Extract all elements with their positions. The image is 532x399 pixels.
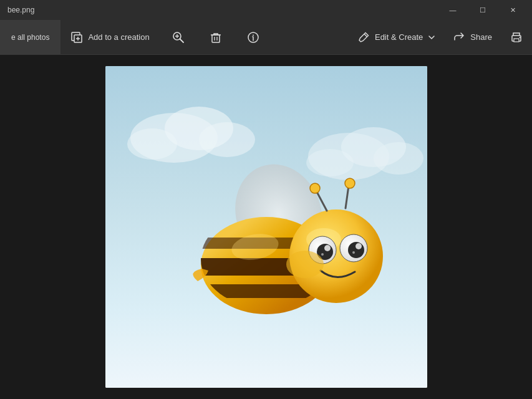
add-creation-label: Add to a creation — [88, 32, 149, 42]
delete-button[interactable] — [197, 20, 235, 55]
svg-point-24 — [127, 128, 177, 160]
info-button[interactable] — [235, 20, 272, 55]
info-icon — [246, 31, 260, 44]
svg-point-50 — [286, 251, 324, 278]
edit-create-button[interactable]: Edit & Create — [349, 20, 444, 55]
see-all-photos-button[interactable]: e all photos — [0, 20, 60, 55]
svg-point-48 — [310, 183, 320, 193]
toolbar: e all photos Add to a creation — [0, 20, 532, 55]
svg-point-28 — [306, 149, 354, 176]
svg-rect-17 — [514, 39, 519, 42]
maximize-button[interactable]: ☐ — [468, 0, 497, 20]
print-button[interactable] — [501, 20, 532, 55]
svg-point-40 — [324, 245, 331, 251]
zoom-button[interactable] — [160, 20, 197, 55]
share-button[interactable]: Share — [444, 20, 501, 55]
edit-create-label: Edit & Create — [375, 32, 423, 42]
edit-create-icon — [357, 31, 370, 44]
main-content — [0, 55, 532, 399]
chevron-down-icon — [428, 34, 435, 41]
window-title: bee.png — [7, 6, 34, 14]
see-all-label: e all photos — [11, 33, 49, 42]
svg-point-13 — [253, 34, 254, 36]
svg-point-44 — [355, 243, 362, 249]
svg-point-49 — [345, 178, 355, 188]
minimize-button[interactable]: — — [438, 0, 467, 20]
share-label: Share — [470, 32, 492, 42]
add-to-creation-button[interactable]: Add to a creation — [60, 20, 159, 55]
toolbar-right: Edit & Create Share — [349, 20, 532, 55]
bee-image — [105, 66, 427, 388]
svg-point-43 — [348, 242, 364, 258]
window-controls: — ☐ ✕ — [438, 0, 527, 20]
svg-point-23 — [199, 122, 255, 157]
share-icon — [453, 31, 465, 44]
zoom-icon — [172, 31, 185, 44]
image-container — [105, 66, 427, 388]
title-bar: bee.png — ☐ ✕ — [0, 0, 532, 20]
delete-icon — [209, 31, 223, 44]
add-creation-icon — [70, 31, 83, 44]
svg-rect-8 — [212, 35, 220, 42]
svg-point-41 — [321, 253, 324, 256]
svg-line-5 — [180, 39, 183, 42]
print-icon — [510, 31, 523, 44]
svg-point-27 — [374, 142, 423, 175]
svg-point-45 — [352, 251, 355, 254]
svg-point-18 — [520, 37, 521, 38]
close-button[interactable]: ✕ — [498, 0, 527, 20]
